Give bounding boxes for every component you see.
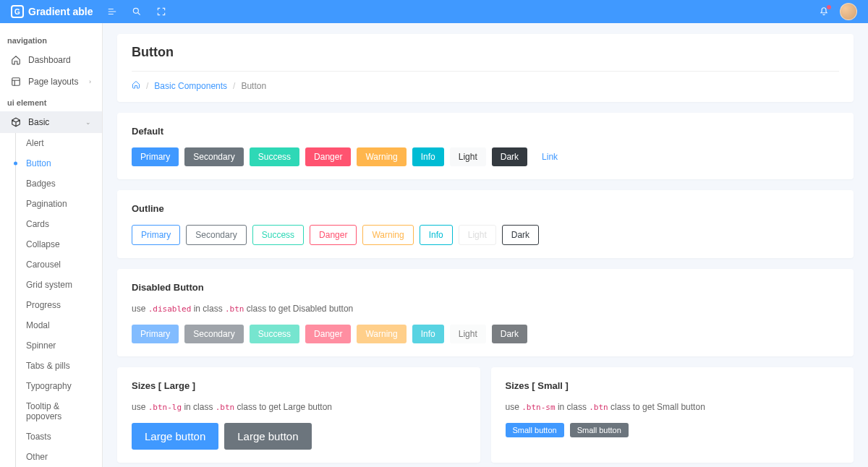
- subnav-tabs[interactable]: Tabs & pills: [12, 356, 102, 376]
- card-title-outline: Outline: [132, 203, 839, 214]
- btn-outline-dark[interactable]: Dark: [502, 225, 539, 245]
- btn-outline-secondary[interactable]: Secondary: [186, 225, 246, 245]
- nav-page-layouts[interactable]: Page layouts ›: [0, 71, 102, 93]
- subnav-cards[interactable]: Cards: [12, 214, 102, 234]
- subnav-spinner[interactable]: Spinner: [12, 335, 102, 356]
- card-sizes-small: Sizes [ Small ] use .btn-sm in class .bt…: [491, 367, 854, 463]
- subnav-pagination[interactable]: Pagination: [12, 194, 102, 214]
- breadcrumb-home-icon[interactable]: [132, 80, 140, 91]
- subnav-toasts[interactable]: Toasts: [12, 427, 102, 447]
- btn-success[interactable]: Success: [250, 147, 299, 166]
- home-icon: [11, 55, 21, 65]
- subnav-other[interactable]: Other: [12, 447, 102, 467]
- box-icon: [11, 117, 21, 127]
- btn-outline-light[interactable]: Light: [459, 225, 496, 245]
- btn-secondary[interactable]: Secondary: [184, 147, 243, 166]
- card-sizes-large: Sizes [ Large ] use .btn-lg in class .bt…: [117, 367, 480, 463]
- btn-light[interactable]: Light: [450, 147, 486, 166]
- btn-outline-primary[interactable]: Primary: [132, 225, 180, 245]
- breadcrumb: / Basic Components / Button: [132, 80, 839, 91]
- btn-link[interactable]: Link: [533, 147, 566, 166]
- search-icon[interactable]: [132, 7, 142, 17]
- svg-rect-1: [12, 78, 20, 86]
- brand-text: Gradient able: [28, 6, 93, 17]
- btn-disabled-warning: Warning: [357, 325, 406, 343]
- btn-primary[interactable]: Primary: [132, 147, 179, 166]
- btn-disabled-dark: Dark: [492, 325, 527, 343]
- btn-warning[interactable]: Warning: [357, 147, 406, 166]
- notification-icon[interactable]: [819, 7, 829, 17]
- btn-outline-danger[interactable]: Danger: [310, 225, 357, 245]
- page-header: Button / Basic Components / Button: [117, 34, 854, 102]
- nav-basic[interactable]: Basic ⌄: [0, 111, 102, 133]
- btn-lg-primary[interactable]: Large button: [132, 423, 218, 450]
- page-title: Button: [132, 45, 839, 60]
- chevron-down-icon: ⌄: [85, 119, 91, 126]
- btn-disabled-success: Success: [250, 325, 299, 343]
- btn-disabled-danger: Danger: [305, 325, 351, 343]
- subnav-typography[interactable]: Typography: [12, 376, 102, 396]
- subnav-collapse[interactable]: Collapse: [12, 234, 102, 254]
- subnav-grid[interactable]: Grid system: [12, 275, 102, 295]
- btn-outline-info[interactable]: Info: [420, 225, 453, 245]
- nav-basic-submenu: Alert Button Badges Pagination Cards Col…: [0, 133, 102, 467]
- btn-danger[interactable]: Danger: [305, 147, 351, 166]
- brand-logo[interactable]: G Gradient able: [11, 5, 93, 18]
- btn-dark[interactable]: Dark: [492, 147, 527, 166]
- subnav-alert[interactable]: Alert: [12, 133, 102, 153]
- breadcrumb-current: Button: [241, 81, 266, 91]
- btn-outline-success[interactable]: Success: [252, 225, 304, 245]
- btn-sm-primary[interactable]: Small button: [506, 423, 564, 437]
- card-title-sizes-lg: Sizes [ Large ]: [132, 380, 466, 391]
- btn-info[interactable]: Info: [412, 147, 444, 166]
- logo-icon: G: [11, 5, 24, 18]
- sidebar: navigation Dashboard Page layouts › ui e…: [0, 23, 103, 467]
- nav-dashboard[interactable]: Dashboard: [0, 49, 102, 71]
- nav-section-ui: ui element: [0, 93, 102, 111]
- btn-disabled-light: Light: [450, 325, 486, 343]
- btn-disabled-secondary: Secondary: [184, 325, 243, 343]
- subnav-button[interactable]: Button: [12, 153, 102, 173]
- svg-point-0: [134, 8, 139, 13]
- subnav-tooltip[interactable]: Tooltip & popovers: [12, 396, 102, 427]
- card-desc-sizes-sm: use .btn-sm in class .btn class to get S…: [506, 402, 840, 412]
- notification-badge: [827, 5, 831, 9]
- btn-outline-warning[interactable]: Warning: [362, 225, 413, 245]
- layout-icon: [11, 77, 21, 87]
- btn-disabled-primary: Primary: [132, 325, 179, 343]
- subnav-modal[interactable]: Modal: [12, 315, 102, 335]
- card-title-sizes-sm: Sizes [ Small ]: [506, 380, 840, 391]
- main-content: Button / Basic Components / Button Defau…: [103, 23, 868, 467]
- btn-disabled-info: Info: [412, 325, 444, 343]
- nav-section-navigation: navigation: [0, 30, 102, 49]
- subnav-badges[interactable]: Badges: [12, 173, 102, 194]
- breadcrumb-components[interactable]: Basic Components: [154, 81, 227, 91]
- btn-sm-secondary[interactable]: Small button: [570, 423, 629, 437]
- subnav-progress[interactable]: Progress: [12, 295, 102, 315]
- menu-toggle-icon[interactable]: [107, 7, 117, 17]
- btn-lg-secondary[interactable]: Large button: [224, 423, 311, 450]
- card-outline-buttons: Outline Primary Secondary Success Danger…: [117, 190, 854, 258]
- card-desc-disabled: use .disabled in class .btn class to get…: [132, 304, 839, 314]
- card-desc-sizes-lg: use .btn-lg in class .btn class to get L…: [132, 402, 466, 412]
- subnav-carousel[interactable]: Carousel: [12, 254, 102, 275]
- fullscreen-icon[interactable]: [156, 7, 166, 17]
- card-title-disabled: Disabled Button: [132, 282, 839, 293]
- card-title-default: Default: [132, 126, 839, 137]
- chevron-right-icon: ›: [89, 78, 91, 85]
- top-header: G Gradient able: [0, 0, 868, 23]
- card-default-buttons: Default Primary Secondary Success Danger…: [117, 113, 854, 179]
- user-avatar[interactable]: [840, 3, 857, 20]
- card-disabled-buttons: Disabled Button use .disabled in class .…: [117, 269, 854, 356]
